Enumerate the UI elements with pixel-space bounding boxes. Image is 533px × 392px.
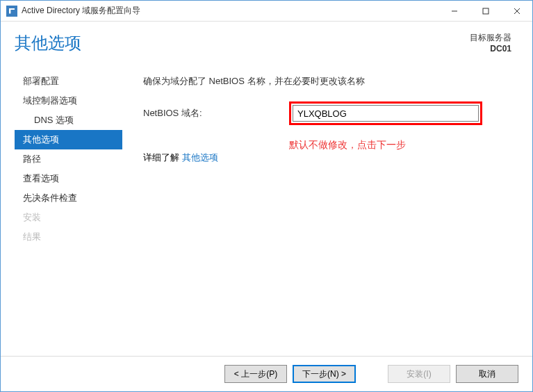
sidebar: 部署配置域控制器选项DNS 选项其他选项路径查看选项先决条件检查安装结果 <box>15 68 122 356</box>
highlight-box <box>289 101 482 125</box>
sidebar-item-4[interactable]: 路径 <box>15 149 122 169</box>
sidebar-item-3[interactable]: 其他选项 <box>15 130 122 149</box>
minimize-button[interactable] <box>438 1 470 21</box>
content-panel: 确保为域分配了 NetBIOS 名称，并在必要时更改该名称 NetBIOS 域名… <box>143 68 518 356</box>
header-row: 其他选项 目标服务器 DC01 <box>15 32 518 54</box>
maximize-button[interactable] <box>470 1 501 21</box>
window-controls <box>438 1 532 21</box>
close-button[interactable] <box>501 1 532 21</box>
window-title: Active Directory 域服务配置向导 <box>22 5 438 17</box>
sidebar-item-0[interactable]: 部署配置 <box>15 72 122 91</box>
sidebar-item-1[interactable]: 域控制器选项 <box>15 91 122 111</box>
sidebar-item-7: 安装 <box>15 208 122 227</box>
prev-button[interactable]: < 上一步(P) <box>224 365 287 383</box>
sidebar-item-2[interactable]: DNS 选项 <box>15 111 122 130</box>
main-area: 其他选项 目标服务器 DC01 部署配置域控制器选项DNS 选项其他选项路径查看… <box>1 22 532 356</box>
sidebar-item-8: 结果 <box>15 227 122 247</box>
sidebar-item-6[interactable]: 先决条件检查 <box>15 188 122 208</box>
cancel-button[interactable]: 取消 <box>456 365 518 383</box>
learn-more-link[interactable]: 其他选项 <box>182 152 218 163</box>
footer: < 上一步(P) 下一步(N) > 安装(I) 取消 <box>1 356 532 391</box>
page-title: 其他选项 <box>15 32 81 54</box>
learn-more-prefix: 详细了解 <box>143 152 182 163</box>
titlebar: Active Directory 域服务配置向导 <box>1 1 532 22</box>
netbios-label: NetBIOS 域名: <box>143 107 289 120</box>
target-server-value: DC01 <box>470 44 511 54</box>
learn-more: 详细了解 其他选项 <box>143 152 518 164</box>
install-button: 安装(I) <box>388 365 450 383</box>
app-icon <box>6 6 17 17</box>
next-button[interactable]: 下一步(N) > <box>293 365 356 383</box>
target-server-info: 目标服务器 DC01 <box>470 32 511 54</box>
netbios-input[interactable] <box>293 105 479 122</box>
svg-rect-1 <box>483 8 489 14</box>
instruction-text: 确保为域分配了 NetBIOS 名称，并在必要时更改该名称 <box>143 75 518 88</box>
netbios-field-row: NetBIOS 域名: <box>143 101 518 125</box>
sidebar-item-5[interactable]: 查看选项 <box>15 169 122 188</box>
content-row: 部署配置域控制器选项DNS 选项其他选项路径查看选项先决条件检查安装结果 确保为… <box>15 68 518 356</box>
annotation-text: 默认不做修改，点击下一步 <box>289 139 518 152</box>
target-server-label: 目标服务器 <box>470 32 511 44</box>
